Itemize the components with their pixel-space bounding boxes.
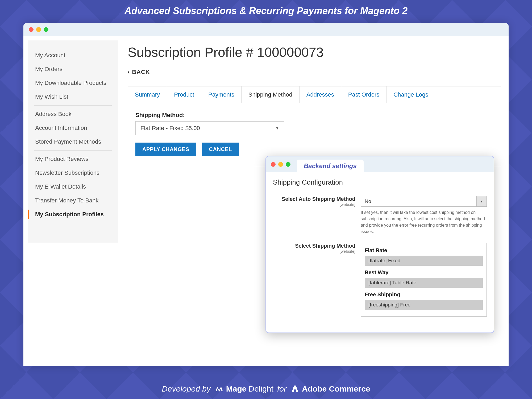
select-method-label: Select Shipping Method — [273, 243, 355, 249]
method-group-freeshipping: Free Shipping — [365, 292, 483, 298]
backend-window: Backend settings Shipping Configuration … — [265, 156, 494, 333]
tab-summary[interactable]: Summary — [128, 86, 167, 103]
main-window: My Account My Orders My Downloadable Pro… — [23, 23, 509, 366]
sidebar-item-my-orders[interactable]: My Orders — [34, 62, 112, 76]
page-title: Subscription Profile # 100000073 — [128, 45, 501, 60]
config-row-auto-shipping: Select Auto Shipping Method [website] No… — [273, 196, 487, 235]
footer-developed: Developed by — [162, 384, 210, 393]
cancel-button[interactable]: CANCEL — [202, 143, 239, 156]
maximize-icon[interactable] — [286, 162, 290, 167]
magedelight-icon — [214, 384, 224, 394]
apply-changes-button[interactable]: APPLY CHANGES — [135, 143, 196, 156]
close-icon[interactable] — [29, 27, 34, 32]
method-group-flatrate: Flat Rate — [365, 247, 483, 253]
auto-shipping-scope: [website] — [273, 202, 355, 207]
backend-body: Shipping Configuration Select Auto Shipp… — [266, 172, 494, 332]
sidebar-item-stored-payment[interactable]: Stored Payment Methods — [34, 135, 112, 149]
backend-heading: Shipping Configuration — [273, 178, 487, 186]
sidebar-item-wishlist[interactable]: My Wish List — [34, 90, 112, 104]
back-label: BACK — [132, 69, 150, 76]
tab-past-orders[interactable]: Past Orders — [341, 86, 386, 103]
adobe-commerce-logo: Adobe Commerce — [290, 384, 370, 394]
adobe-icon — [290, 384, 300, 394]
method-group-bestway: Best Way — [365, 269, 483, 276]
method-option-flatrate-fixed[interactable]: [flatrate] Fixed — [365, 256, 483, 266]
minimize-icon[interactable] — [36, 27, 41, 32]
method-option-tablerate[interactable]: [tablerate] Table Rate — [365, 278, 483, 288]
backend-tab-label: Backend settings — [297, 160, 364, 172]
button-row: APPLY CHANGES CANCEL — [135, 143, 493, 156]
tab-shipping-method[interactable]: Shipping Method — [242, 86, 300, 103]
shipping-method-value: Flat Rate - Fixed $5.00 — [140, 125, 200, 132]
maximize-icon[interactable] — [44, 27, 48, 32]
tab-product[interactable]: Product — [167, 86, 201, 103]
shipping-method-listbox[interactable]: Flat Rate [flatrate] Fixed Best Way [tab… — [361, 243, 487, 317]
tab-payments[interactable]: Payments — [201, 86, 242, 103]
sidebar-item-newsletter[interactable]: Newsletter Subscriptions — [34, 166, 112, 180]
config-row-select-method: Select Shipping Method [website] Flat Ra… — [273, 243, 487, 317]
tablist: Summary Product Payments Shipping Method… — [128, 86, 501, 103]
window-titlebar — [23, 23, 509, 36]
footer: Developed by MageDelight for Adobe Comme… — [0, 384, 532, 394]
sidebar-item-my-account[interactable]: My Account — [34, 48, 112, 62]
auto-shipping-help: If set yes, then it will take the lowest… — [361, 209, 487, 235]
sidebar-item-address-book[interactable]: Address Book — [34, 107, 112, 121]
close-icon[interactable] — [271, 162, 276, 167]
chevron-down-icon: ▼ — [275, 126, 279, 131]
minimize-icon[interactable] — [278, 162, 283, 167]
back-link[interactable]: ‹ BACK — [128, 69, 150, 76]
sidebar-item-downloadable[interactable]: My Downloadable Products — [34, 76, 112, 90]
chevron-left-icon: ‹ — [128, 69, 130, 76]
backend-titlebar: Backend settings — [266, 156, 494, 172]
auto-shipping-select[interactable]: No ▼ — [361, 196, 487, 207]
sidebar-item-reviews[interactable]: My Product Reviews — [34, 152, 112, 166]
sidebar-item-account-info[interactable]: Account Information — [34, 121, 112, 135]
shipping-method-label: Shipping Method: — [135, 112, 493, 119]
chevron-down-icon: ▼ — [476, 196, 487, 206]
tab-change-logs[interactable]: Change Logs — [386, 86, 435, 103]
page-banner: Advanced Subscriptions & Recurring Payme… — [0, 0, 532, 23]
footer-for: for — [277, 384, 286, 393]
sidebar-item-ewallet[interactable]: My E-Wallet Details — [34, 180, 112, 194]
select-method-scope: [website] — [273, 249, 355, 253]
sidebar: My Account My Orders My Downloadable Pro… — [28, 40, 118, 243]
shipping-method-select[interactable]: Flat Rate - Fixed $5.00 ▼ — [135, 121, 284, 135]
tab-addresses[interactable]: Addresses — [300, 86, 341, 103]
sidebar-item-transfer[interactable]: Transfer Money To Bank — [34, 194, 112, 207]
magedelight-logo: MageDelight — [214, 384, 273, 394]
sidebar-item-subscription-profiles[interactable]: My Subscription Profiles — [34, 207, 112, 221]
method-option-freeshipping[interactable]: [freeshipping] Free — [365, 300, 483, 310]
auto-shipping-value: No — [361, 196, 476, 206]
auto-shipping-label: Select Auto Shipping Method — [273, 196, 355, 202]
